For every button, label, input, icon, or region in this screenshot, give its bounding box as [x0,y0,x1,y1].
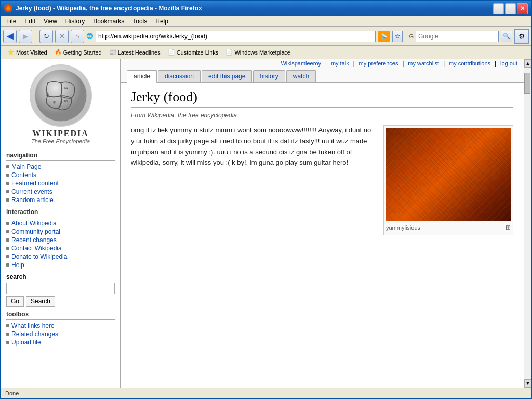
maximize-button[interactable]: □ [505,3,516,14]
title-bar-left: Jerky (food) - Wikipedia, the free encyc… [4,4,202,12]
bookmark-windows-marketplace[interactable]: 📄 Windows Marketplace [222,48,294,57]
featured-label: Featured content [11,180,59,187]
bookmark-most-visited[interactable]: ⭐ Most Visited [4,48,50,57]
go-button[interactable]: Go [6,296,24,307]
scrollbar-thumb[interactable] [524,73,530,94]
sidebar-item-help[interactable]: Help [6,261,115,269]
address-bar-container: 🌐 📡 ☆ G 🔍 [86,31,512,42]
sidebar-item-upload-file[interactable]: Upload file [6,338,115,347]
bullet-icon [6,238,9,242]
toolbox-title: toolbox [6,311,115,320]
settings-button[interactable]: ⚙ [514,29,529,44]
tab-edit-this-page[interactable]: edit this page [202,70,252,82]
scrollbar: ▲ ▼ [524,59,531,388]
bookmark-customize-links[interactable]: 📄 Customize Links [165,48,222,57]
article-image-float: yummylisious ⊞ [383,125,513,235]
about-label: About Wikipedia [11,220,57,227]
random-article-label: Random article [11,196,54,204]
log-out-link[interactable]: log out [500,60,517,66]
search-input[interactable] [416,31,499,42]
menu-bookmarks[interactable]: Bookmarks [90,17,127,26]
menu-file[interactable]: File [3,17,19,26]
sidebar-item-contact[interactable]: Contact Wikipedia [6,244,115,252]
donate-label: Donate to Wikipedia [11,253,67,260]
current-events-label: Current events [11,188,52,195]
bookmark-star-button[interactable]: ☆ [392,31,403,42]
bullet-icon [6,165,9,168]
menu-view[interactable]: View [41,17,60,26]
address-input[interactable] [96,31,376,42]
tab-article[interactable]: article [127,70,157,83]
stop-button[interactable]: ✕ [55,30,69,43]
article-subtitle: From Wikipedia, the free encyclopedia [131,112,513,119]
separator1: | [325,60,327,66]
customize-links-icon: 📄 [168,49,175,56]
wiki-title: WIKIPEDIA [32,129,89,138]
close-button[interactable]: ✕ [517,3,528,14]
sidebar-item-current-events[interactable]: Current events [6,188,115,196]
menu-history[interactable]: History [62,17,88,26]
minimize-button[interactable]: _ [493,3,504,14]
sidebar-item-random-article[interactable]: Random article [6,196,115,204]
firefox-icon [4,4,12,12]
svg-text:Aa: Aa [64,87,68,90]
sidebar-item-related-changes[interactable]: Related changes [6,330,115,338]
scrollbar-track[interactable] [524,68,531,379]
menu-help[interactable]: Help [152,17,171,26]
bullet-icon [6,198,9,202]
home-icon: ⌂ [75,32,79,40]
menu-bar: File Edit View History Bookmarks Tools H… [1,16,531,27]
tab-history[interactable]: history [253,70,285,82]
address-label: 🌐 [86,33,94,39]
globe-svg: 語 Aa 字 Бб [32,67,89,124]
navigation-bar: ◀ ▶ ↻ ✕ ⌂ 🌐 📡 ☆ G 🔍 [1,27,531,46]
feed-button[interactable]: 📡 [378,31,390,42]
home-button[interactable]: ⌂ [71,30,84,43]
tab-watch[interactable]: watch [286,70,316,82]
navigation-section: navigation Main Page Contents Featured c… [1,150,120,206]
svg-text:字: 字 [53,101,56,104]
sidebar-item-about[interactable]: About Wikipedia [6,219,115,228]
scrollbar-up-button[interactable]: ▲ [524,59,531,68]
jerky-image [386,128,511,221]
wiki-logo-area: 語 Aa 字 Бб WIKIPEDIA The Free Encyclopedi… [30,64,92,144]
sidebar-item-donate[interactable]: Donate to Wikipedia [6,252,115,261]
separator5: | [495,60,496,66]
sidebar-item-community-portal[interactable]: Community portal [6,228,115,236]
menu-edit[interactable]: Edit [21,17,38,26]
sidebar-item-featured[interactable]: Featured content [6,179,115,188]
scrollbar-down-button[interactable]: ▼ [524,379,531,388]
what-links-here-label: What links here [11,322,55,329]
wiki-search-input[interactable] [6,283,115,294]
sidebar-item-what-links-here[interactable]: What links here [6,322,115,330]
search-icon: 🔍 [503,33,510,39]
menu-tools[interactable]: Tools [129,17,150,26]
interaction-title: interaction [6,208,115,217]
sidebar-item-recent-changes[interactable]: Recent changes [6,236,115,244]
search-button[interactable]: Search [26,296,55,307]
tab-discussion[interactable]: discussion [158,70,201,82]
back-button[interactable]: ◀ [3,30,17,43]
gear-icon: ⚙ [518,32,525,41]
sidebar-item-contents[interactable]: Contents [6,171,115,179]
user-bar: Wikispamleeroy | my talk | my preference… [121,59,524,68]
star-icon: ☆ [394,32,401,40]
refresh-button[interactable]: ↻ [39,30,53,43]
refresh-icon: ↻ [44,32,49,40]
username-link[interactable]: Wikispamleeroy [281,60,321,66]
image-expand-button[interactable]: ⊞ [506,223,511,233]
my-preferences-link[interactable]: my preferences [359,60,398,66]
bookmark-latest-headlines[interactable]: 📰 Latest Headlines [106,48,164,57]
bullet-icon [6,222,9,225]
wiki-tabs: article discussion edit this page histor… [121,68,524,83]
sidebar-item-main-page[interactable]: Main Page [6,163,115,171]
my-contributions-link[interactable]: my contributions [449,60,490,66]
bookmark-latest-headlines-label: Latest Headlines [118,49,161,56]
my-watchlist-link[interactable]: my watchlist [408,60,439,66]
search-go-button[interactable]: 🔍 [501,31,512,42]
bookmark-getting-started[interactable]: 🔥 Getting Started [51,48,105,57]
windows-marketplace-icon: 📄 [225,49,233,56]
my-talk-link[interactable]: my talk [331,60,349,66]
forward-button[interactable]: ▶ [19,30,32,43]
bookmark-getting-started-label: Getting Started [63,49,102,56]
